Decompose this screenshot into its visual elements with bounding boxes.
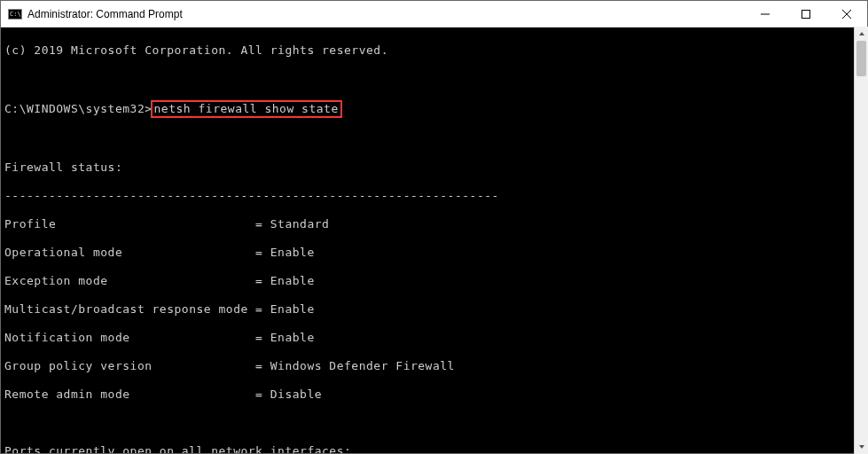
minimize-button[interactable] [745, 1, 786, 27]
blank-line [4, 72, 864, 86]
copyright-line: (c) 2019 Microsoft Corporation. All righ… [4, 43, 864, 58]
blank-line [4, 132, 864, 146]
svg-marker-5 [859, 445, 864, 449]
titlebar[interactable]: C:\ Administrator: Command Prompt [1, 1, 867, 27]
status-row: Exception mode = Enable [4, 274, 864, 288]
status-row: Notification mode = Enable [4, 331, 864, 345]
maximize-button[interactable] [786, 1, 826, 27]
scrollbar-thumb[interactable] [856, 41, 866, 76]
status-row: Profile = Standard [4, 217, 864, 231]
status-row: Multicast/broadcast response mode = Enab… [4, 302, 864, 317]
divider: ----------------------------------------… [4, 189, 864, 203]
window-controls [745, 1, 867, 27]
status-row: Group policy version = Windows Defender … [4, 359, 864, 373]
svg-marker-4 [859, 32, 864, 35]
vertical-scrollbar[interactable] [854, 27, 868, 454]
terminal-output[interactable]: (c) 2019 Microsoft Corporation. All righ… [1, 27, 867, 453]
prompt: C:\WINDOWS\system32> [4, 102, 152, 115]
close-button[interactable] [826, 1, 867, 27]
highlighted-command: netsh firewall show state [151, 100, 342, 118]
scroll-down-button[interactable] [855, 440, 868, 454]
status-header: Firewall status: [4, 160, 864, 175]
window-frame: C:\ Administrator: Command Prompt (c) 20… [0, 0, 868, 454]
window-title: Administrator: Command Prompt [27, 8, 745, 20]
cmd-prompt-icon: C:\ [8, 9, 22, 20]
ports-header: Ports currently open on all network inte… [4, 444, 864, 453]
scroll-up-button[interactable] [855, 27, 868, 41]
status-row: Remote admin mode = Disable [4, 387, 864, 402]
app-icon: C:\ [8, 7, 22, 21]
command-line: C:\WINDOWS\system32>netsh firewall show … [4, 100, 864, 118]
svg-rect-1 [802, 10, 810, 18]
status-row: Operational mode = Enable [4, 246, 864, 260]
scrollbar-track[interactable] [855, 41, 868, 440]
blank-line [4, 416, 864, 430]
